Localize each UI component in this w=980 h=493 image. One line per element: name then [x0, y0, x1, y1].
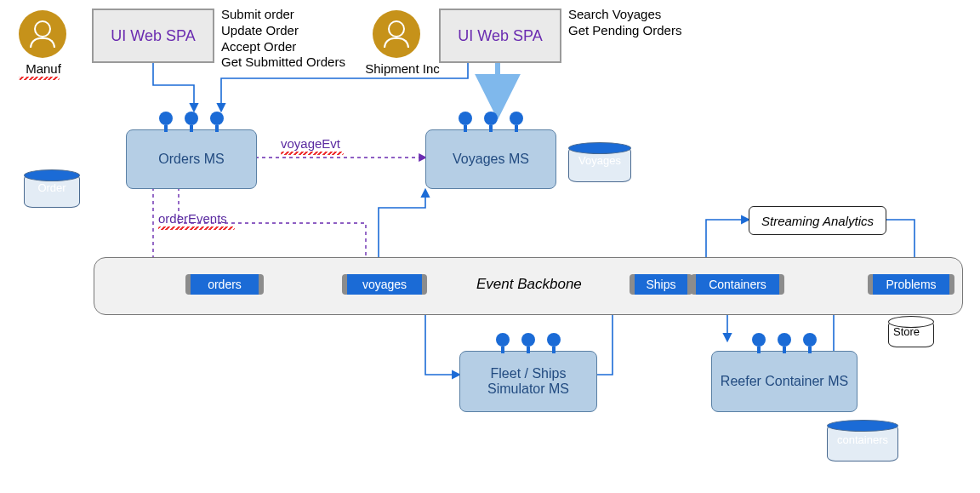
ui-web-spa-manuf: UI Web SPA [92, 9, 214, 63]
actor-shipment-icon [373, 10, 420, 58]
reefer-ms-box: Reefer Container MS [711, 351, 858, 412]
actor-shipment-label: Shipment Inc [356, 61, 449, 76]
fleet-ms-label: Fleet / Ships Simulator MS [460, 366, 596, 397]
reefer-ms-label: Reefer Container MS [721, 374, 848, 389]
containers-db-label: containers [828, 433, 897, 446]
fleet-ms-box: Fleet / Ships Simulator MS [459, 351, 597, 412]
manuf-actions-text: Submit order Update Order Accept Order G… [221, 7, 345, 71]
event-backbone-label: Event Backbone [476, 276, 582, 293]
orders-ms-box: Orders MS [126, 129, 257, 189]
streaming-analytics-box: Streaming Analytics [749, 206, 886, 235]
topic-ships: Ships [630, 274, 692, 295]
order-db-label: Order [25, 181, 79, 194]
actor-manuf-icon [19, 10, 66, 58]
voyages-db-label: Voyages [569, 154, 630, 167]
shipment-actions-text: Search Voyages Get Pending Orders [568, 7, 681, 39]
voyage-evt-label: voyageEvt [281, 136, 340, 151]
spellcheck-squiggle [158, 226, 235, 230]
topic-orders: orders [185, 274, 264, 295]
voyages-ms-label: Voyages MS [453, 152, 529, 167]
order-db: Order [24, 174, 80, 208]
ui-web-spa-shipment: UI Web SPA [439, 9, 561, 63]
spellcheck-squiggle [19, 77, 60, 80]
store-label: Store [893, 325, 920, 338]
spellcheck-squiggle [281, 152, 344, 155]
voyages-db: Voyages [568, 146, 631, 182]
topic-voyages: voyages [342, 274, 427, 295]
topic-containers: Containers [691, 274, 784, 295]
orders-ms-label: Orders MS [158, 152, 224, 167]
voyages-ms-box: Voyages MS [425, 129, 556, 189]
order-events-label: orderEvents [158, 211, 227, 226]
topic-problems: Problems [868, 274, 954, 295]
actor-manuf-label: Manuf [14, 61, 73, 76]
containers-db: containers [827, 424, 898, 461]
